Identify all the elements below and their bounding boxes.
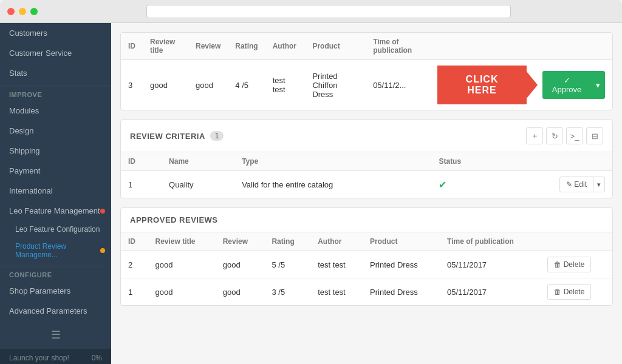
cell-ap-review-1: good <box>216 278 265 306</box>
sidebar: Customers Customer Service Stats IMPROVE… <box>0 23 111 364</box>
sidebar-item-customer-service[interactable]: Customer Service <box>0 43 111 63</box>
criteria-table: ID Name Type Status 1 Quality Valid for … <box>121 152 612 198</box>
approved-reviews-title: APPROVED REVIEWS <box>130 215 218 224</box>
delete-button-0[interactable]: 🗑 Delete <box>547 257 591 272</box>
edit-dropdown-button[interactable]: ▾ <box>593 177 605 192</box>
cell-ap-time-1: 05/11/2017 <box>440 278 540 306</box>
sidebar-section-configure: CONFIGURE <box>0 266 111 281</box>
sidebar-item-stats[interactable]: Stats <box>0 63 111 83</box>
titlebar <box>0 0 622 23</box>
cell-criteria-status: ✔ <box>431 171 500 198</box>
cell-criteria-id: 1 <box>121 171 162 198</box>
sidebar-item-international[interactable]: International <box>0 181 111 201</box>
sidebar-section-improve: IMPROVE <box>0 86 111 101</box>
approve-group: ✓ Approve ▾ <box>542 71 605 99</box>
col-criteria-type: Type <box>234 152 431 171</box>
badge-yellow <box>100 248 105 253</box>
approve-dropdown-button[interactable]: ▾ <box>591 71 605 99</box>
sidebar-item-modules[interactable]: Modules <box>0 101 111 121</box>
cell-ap-delete-1: 🗑 Delete <box>540 278 612 306</box>
launch-bar: Launch your shop! 0% <box>0 349 111 364</box>
cell-ap-review: good <box>216 251 265 278</box>
review-criteria-panel: REVIEW CRITERIA 1 ＋ ↻ >_ ⊟ ID Name Type … <box>120 120 613 198</box>
col-ap-action <box>540 232 612 251</box>
cell-ap-delete-0: 🗑 Delete <box>540 251 612 278</box>
dot-green[interactable] <box>30 8 38 15</box>
cell-ap-review-title-1: good <box>148 278 215 306</box>
status-check-icon: ✔ <box>439 180 446 190</box>
edit-button[interactable]: ✎ Edit <box>559 177 593 192</box>
approve-button[interactable]: ✓ Approve <box>542 71 591 99</box>
table-row: 2 good good 5 /5 test test Printed Dress… <box>121 251 612 278</box>
sidebar-item-product-review[interactable]: Product Review Manageme... <box>0 238 111 263</box>
pending-reviews-panel: ID Review title Review Rating Author Pro… <box>120 32 613 110</box>
cell-author: test test <box>265 60 306 110</box>
cell-action: CLICK HERE ✓ Approve ▾ <box>430 60 612 110</box>
cell-ap-id: 2 <box>121 251 148 278</box>
approved-reviews-panel: APPROVED REVIEWS ID Review title Review … <box>120 207 613 306</box>
col-criteria-action <box>501 152 613 171</box>
cell-ap-author: test test <box>310 251 363 278</box>
col-actions <box>430 33 612 60</box>
criteria-actions: ＋ ↻ >_ ⊟ <box>526 127 603 144</box>
table-row: 3 good good 4 /5 test test Printed Chiff… <box>121 60 612 110</box>
cell-product: Printed Chiffon Dress <box>305 60 366 110</box>
approved-reviews-header: APPROVED REVIEWS <box>121 208 612 232</box>
code-criteria-button[interactable]: >_ <box>566 127 583 144</box>
table-row: 1 Quality Valid for the entire catalog ✔… <box>121 171 612 198</box>
cell-ap-time: 05/11/2017 <box>440 251 540 278</box>
sidebar-item-shop-parameters[interactable]: Shop Parameters <box>0 281 111 301</box>
address-bar[interactable] <box>146 5 511 18</box>
hamburger-icon[interactable]: ☰ <box>0 321 111 349</box>
pending-reviews-table: ID Review title Review Rating Author Pro… <box>121 33 612 110</box>
cell-criteria-type: Valid for the entire catalog <box>234 171 431 198</box>
dot-yellow[interactable] <box>19 8 26 15</box>
cell-review: good <box>188 60 228 110</box>
col-criteria-status: Status <box>431 152 500 171</box>
sidebar-item-leo-feature-management[interactable]: Leo Feature Management <box>0 201 111 221</box>
col-criteria-id: ID <box>121 152 162 171</box>
col-review-title: Review title <box>143 33 188 60</box>
col-ap-rating: Rating <box>264 232 310 251</box>
cell-rating: 4 /5 <box>228 60 265 110</box>
db-criteria-button[interactable]: ⊟ <box>586 127 603 144</box>
delete-button-1[interactable]: 🗑 Delete <box>547 284 591 300</box>
refresh-criteria-button[interactable]: ↻ <box>546 127 563 144</box>
approved-reviews-table: ID Review title Review Rating Author Pro… <box>121 232 612 305</box>
sidebar-item-customers[interactable]: Customers <box>0 23 111 43</box>
click-here-arrow <box>527 72 538 98</box>
cell-criteria-name: Quality <box>162 171 234 198</box>
cell-ap-rating-1: 3 /5 <box>264 278 310 306</box>
col-author: Author <box>265 33 306 60</box>
badge-red <box>100 209 105 214</box>
cell-id: 3 <box>121 60 143 110</box>
cell-ap-author-1: test test <box>310 278 363 306</box>
col-ap-id: ID <box>121 232 148 251</box>
cell-ap-rating: 5 /5 <box>264 251 310 278</box>
main-content: ID Review title Review Rating Author Pro… <box>111 23 622 364</box>
cell-review-title: good <box>143 60 188 110</box>
col-criteria-name: Name <box>162 152 234 171</box>
sidebar-item-design[interactable]: Design <box>0 121 111 141</box>
cell-time: 05/11/2... <box>366 60 430 110</box>
cell-ap-product: Printed Dress <box>363 251 440 278</box>
cell-ap-id-1: 1 <box>121 278 148 306</box>
review-criteria-header: REVIEW CRITERIA 1 ＋ ↻ >_ ⊟ <box>121 120 612 152</box>
click-here-button[interactable]: CLICK HERE <box>437 66 527 104</box>
sidebar-item-shipping[interactable]: Shipping <box>0 141 111 161</box>
col-ap-review: Review <box>216 232 265 251</box>
add-criteria-button[interactable]: ＋ <box>526 127 543 144</box>
sidebar-item-leo-feature-config[interactable]: Leo Feature Configuration <box>0 221 111 238</box>
col-review: Review <box>188 33 228 60</box>
review-criteria-title: REVIEW CRITERIA <box>130 132 205 141</box>
sidebar-item-advanced-parameters[interactable]: Advanced Parameters <box>0 301 111 321</box>
col-ap-time: Time of publication <box>440 232 540 251</box>
dot-red[interactable] <box>7 8 15 15</box>
sidebar-item-payment[interactable]: Payment <box>0 161 111 181</box>
col-ap-product: Product <box>363 232 440 251</box>
criteria-count: 1 <box>210 131 224 141</box>
cell-criteria-edit: ✎ Edit ▾ <box>501 171 613 198</box>
cell-ap-product-1: Printed Dress <box>363 278 440 306</box>
edit-group: ✎ Edit ▾ <box>508 177 606 192</box>
table-row: 1 good good 3 /5 test test Printed Dress… <box>121 278 612 306</box>
